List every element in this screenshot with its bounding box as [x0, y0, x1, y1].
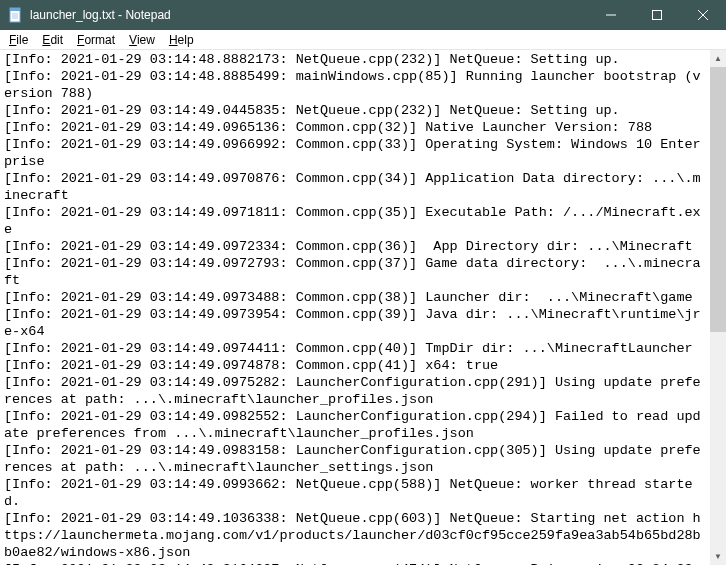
window-controls	[588, 0, 726, 30]
menubar: File Edit Format View Help	[0, 30, 726, 50]
editor-area: [Info: 2021-01-29 03:14:48.8882173: NetQ…	[0, 50, 726, 565]
svg-rect-1	[10, 8, 20, 11]
minimize-button[interactable]	[588, 0, 634, 30]
scroll-track[interactable]	[710, 67, 726, 548]
menu-view[interactable]: View	[122, 32, 162, 48]
menu-format[interactable]: Format	[70, 32, 122, 48]
scroll-thumb[interactable]	[710, 67, 726, 332]
maximize-button[interactable]	[634, 0, 680, 30]
scroll-up-arrow[interactable]: ▲	[710, 50, 726, 67]
scroll-down-arrow[interactable]: ▼	[710, 548, 726, 565]
window-title: launcher_log.txt - Notepad	[30, 8, 588, 22]
menu-help[interactable]: Help	[162, 32, 201, 48]
vertical-scrollbar[interactable]: ▲ ▼	[709, 50, 726, 565]
svg-rect-6	[653, 11, 662, 20]
text-content[interactable]: [Info: 2021-01-29 03:14:48.8882173: NetQ…	[0, 50, 709, 565]
menu-file[interactable]: File	[2, 32, 35, 48]
notepad-icon	[8, 7, 24, 23]
close-button[interactable]	[680, 0, 726, 30]
titlebar: launcher_log.txt - Notepad	[0, 0, 726, 30]
menu-edit[interactable]: Edit	[35, 32, 70, 48]
